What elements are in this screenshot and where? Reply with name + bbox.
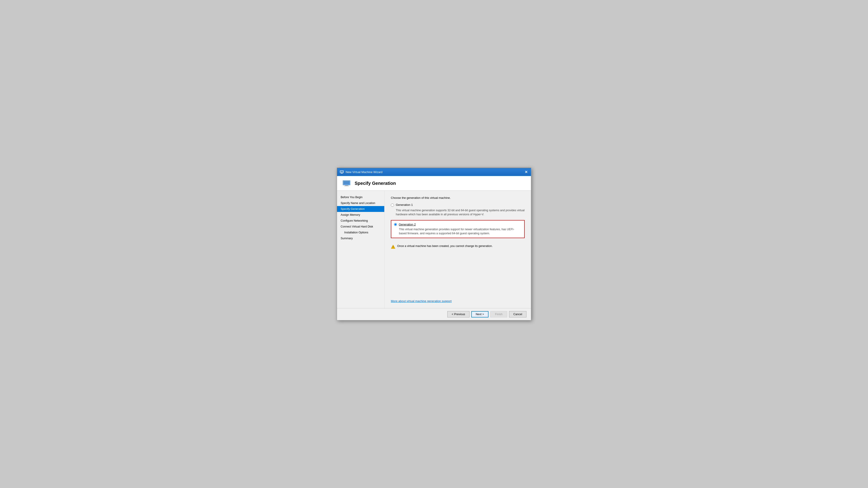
previous-button[interactable]: < Previous	[447, 311, 469, 318]
gen1-label[interactable]: Generation 1	[396, 203, 413, 206]
gen2-description: This virtual machine generation provides…	[399, 228, 522, 235]
sidebar: Before You Begin Specify Name and Locati…	[337, 191, 384, 308]
svg-rect-6	[345, 185, 348, 186]
sidebar-item-assign-memory[interactable]: Assign Memory	[337, 212, 384, 218]
gen2-radio-row: Generation 2	[394, 223, 522, 226]
svg-text:!: !	[393, 246, 394, 249]
sidebar-item-summary[interactable]: Summary	[337, 235, 384, 241]
gen2-box: Generation 2 This virtual machine genera…	[391, 220, 525, 238]
main-description: Choose the generation of this virtual ma…	[391, 196, 525, 199]
warning-row: ! Once a virtual machine has been create…	[391, 245, 525, 249]
gen2-label[interactable]: Generation 2	[399, 223, 416, 226]
next-button[interactable]: Next >	[471, 311, 489, 318]
header-icon	[342, 180, 350, 186]
close-button[interactable]: ✕	[524, 170, 528, 174]
footer: < Previous Next > Finish Cancel	[337, 308, 531, 320]
sidebar-item-installation-options[interactable]: Installation Options	[337, 230, 384, 235]
svg-rect-5	[343, 181, 350, 185]
content-area: Before You Begin Specify Name and Locati…	[337, 191, 531, 308]
header-section: Specify Generation	[337, 176, 531, 191]
sidebar-item-specify-generation[interactable]: Specify Generation	[337, 206, 384, 212]
page-title: Specify Generation	[355, 181, 396, 186]
gen1-section: Generation 1 This virtual machine genera…	[391, 203, 525, 219]
main-content: Choose the generation of this virtual ma…	[384, 191, 531, 308]
cancel-button[interactable]: Cancel	[509, 311, 526, 318]
finish-button[interactable]: Finish	[490, 311, 507, 318]
sidebar-item-configure-networking[interactable]: Configure Networking	[337, 218, 384, 224]
svg-rect-1	[340, 171, 343, 173]
gen1-option: Generation 1	[391, 203, 525, 207]
vm-icon	[340, 170, 344, 173]
sidebar-item-specify-name-location[interactable]: Specify Name and Location	[337, 200, 384, 206]
gen1-description: This virtual machine generation supports…	[396, 208, 525, 217]
title-bar-title: New Virtual Machine Wizard	[346, 170, 382, 174]
link-row: More about virtual machine generation su…	[391, 295, 525, 303]
svg-rect-7	[344, 186, 349, 186]
title-bar-left: New Virtual Machine Wizard	[340, 170, 382, 174]
warning-text: Once a virtual machine has been created,…	[397, 245, 493, 248]
sidebar-item-connect-virtual-hard-disk[interactable]: Connect Virtual Hard Disk	[337, 224, 384, 230]
new-vm-wizard-dialog: New Virtual Machine Wizard ✕ Specify Gen…	[337, 168, 531, 320]
title-bar: New Virtual Machine Wizard ✕	[337, 168, 531, 176]
gen2-radio[interactable]	[394, 223, 397, 226]
warning-icon: !	[391, 245, 395, 249]
sidebar-item-before-you-begin[interactable]: Before You Begin	[337, 194, 384, 200]
more-info-link[interactable]: More about virtual machine generation su…	[391, 299, 452, 303]
gen1-radio[interactable]	[391, 203, 394, 207]
